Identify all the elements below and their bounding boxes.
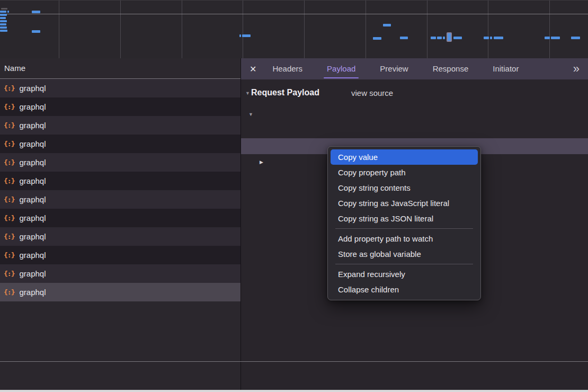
json-request-icon: {:} [4,103,14,111]
section-collapse-caret-icon[interactable]: ▼ [245,91,250,96]
json-request-icon: {:} [4,84,14,92]
request-name-label: graphql [19,139,46,148]
json-request-icon: {:} [4,121,14,129]
request-name-label: graphql [19,158,46,167]
menu-item-store-as-global-variable[interactable]: Store as global variable [331,246,478,262]
request-list: {:}graphql{:}graphql{:}graphql{:}graphql… [0,79,240,301]
json-request-icon: {:} [4,288,14,296]
tab-payload[interactable]: Payload [327,58,355,79]
request-row[interactable]: {:}graphql [0,209,240,227]
request-payload-section-header: ▼ Request Payload view source [241,86,588,102]
section-title: Request Payload [251,88,319,97]
request-timing-bar [484,37,489,39]
json-request-icon: {:} [4,158,14,166]
json-request-icon: {:} [4,233,14,240]
request-row[interactable]: {:}graphql [0,172,240,190]
request-timing-bar [551,37,560,39]
request-name-label: graphql [19,176,46,185]
json-request-icon: {:} [4,195,14,203]
selected-request-marker [447,32,452,42]
request-timing-bar [494,37,503,39]
timeline-gridline [549,1,550,58]
request-timing-bar [490,37,492,39]
request-timing-bar [437,37,442,39]
requests-panel: Name {:}graphql{:}graphql{:}graphql{:}gr… [0,58,241,390]
request-name-label: graphql [19,121,46,130]
timeline-gridline [366,1,366,58]
request-row[interactable]: {:}graphql [0,227,240,246]
request-name-label: graphql [19,84,46,93]
request-timing-bar [443,37,445,39]
json-request-icon: {:} [4,214,14,222]
menu-item-expand-recursively[interactable]: Expand recursively [331,266,478,282]
menu-item-copy-string-as-json-literal[interactable]: Copy string as JSON literal [331,211,478,226]
timeline-gridline [120,1,121,58]
request-timing-bar [545,37,550,39]
request-row[interactable]: {:}graphql [0,97,240,116]
tree-row-root-object[interactable]: ▼ {operationName: "ipFlowTimeseries", va… [241,106,588,122]
request-row[interactable]: {:}graphql [0,264,240,283]
column-header-label: Name [4,64,25,73]
timeline-gridline [59,1,59,58]
request-timing-bar [0,23,6,25]
request-name-label: graphql [19,232,46,241]
request-timing-bar [0,11,6,13]
timeline-baseline [0,14,588,14]
menu-item-copy-string-as-javascript-literal[interactable]: Copy string as JavaScript literal [331,195,478,211]
request-timing-bar [1,8,7,10]
menu-item-add-property-path-to-watch[interactable]: Add property path to watch [331,231,478,246]
request-name-label: graphql [19,269,46,278]
tab-initiator[interactable]: Initiator [493,58,519,79]
tab-headers[interactable]: Headers [272,58,302,79]
request-timing-bar [0,26,7,29]
request-timing-bar [571,37,580,39]
context-menu: Copy valueCopy property pathCopy string … [327,146,481,300]
request-timing-bar [7,11,9,13]
request-row[interactable]: {:}graphql [0,116,240,135]
timeline-gridline [243,1,243,58]
request-timing-bar [0,17,6,19]
network-overview-timeline[interactable] [0,0,588,58]
caret-right-icon[interactable]: ▶ [260,154,263,170]
timeline-gridline [427,1,427,58]
tab-response[interactable]: Response [433,58,469,79]
menu-item-copy-property-path[interactable]: Copy property path [331,165,478,180]
request-timing-bar [431,37,436,39]
request-row[interactable]: {:}graphql [0,283,240,301]
request-row[interactable]: {:}graphql [0,246,240,264]
request-name-label: graphql [19,288,46,297]
request-timing-bar [239,34,241,37]
window-bottom-edge [0,390,588,392]
request-timing-bar [0,30,7,32]
menu-item-copy-string-contents[interactable]: Copy string contents [331,180,478,195]
request-name-label: graphql [19,251,46,260]
request-row[interactable]: {:}graphql [0,190,240,209]
request-row[interactable]: {:}graphql [0,79,240,97]
request-timing-bar [373,37,381,40]
request-timing-bar [0,20,7,22]
tree-row-operation-name[interactable]: operationName: "ipFlowTimeseries" [241,122,588,138]
request-timing-bar [400,37,408,39]
view-source-link[interactable]: view source [351,88,393,97]
menu-item-copy-value[interactable]: Copy value [331,149,478,165]
overflow-tabs-icon[interactable]: » [573,58,580,79]
caret-down-icon[interactable]: ▼ [248,106,253,122]
devtools-network-panel: Name {:}graphql{:}graphql{:}graphql{:}gr… [0,0,588,392]
request-timing-bar [0,14,7,16]
request-name-label: graphql [19,213,46,222]
timeline-gridline [182,1,182,58]
request-timing-bar [453,37,462,39]
close-icon[interactable]: ✕ [250,64,256,74]
menu-separator [335,264,473,264]
column-header-name[interactable]: Name [0,58,240,79]
json-request-icon: {:} [4,251,14,259]
request-row[interactable]: {:}graphql [0,135,240,153]
request-timing-bar [242,34,251,37]
tab-preview[interactable]: Preview [380,58,408,79]
request-timing-bar [32,30,40,33]
json-request-icon: {:} [4,270,14,278]
menu-item-collapse-children[interactable]: Collapse children [331,282,478,297]
request-row[interactable]: {:}graphql [0,153,240,172]
menu-separator [335,228,473,229]
request-name-label: graphql [19,195,46,204]
